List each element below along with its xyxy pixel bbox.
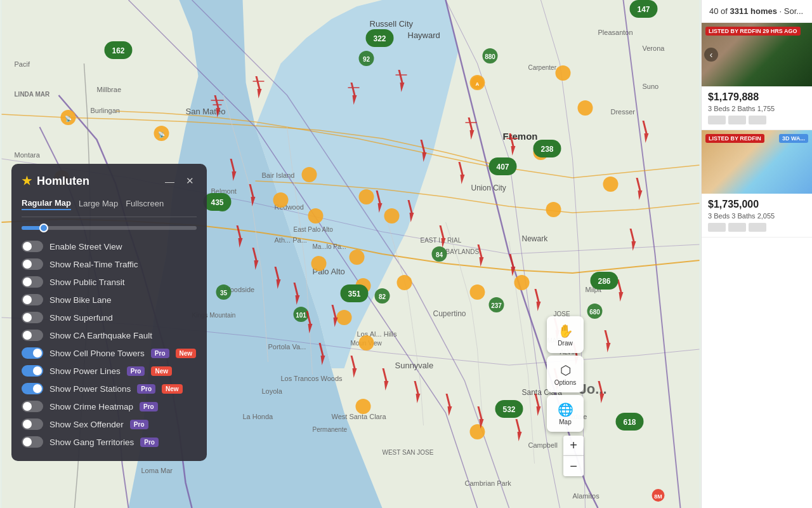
svg-text:EAST I... RIAL: EAST I... RIAL [421, 237, 462, 244]
panel-tabs: Ragular Map Large Map Fullscreen [22, 197, 197, 217]
svg-text:351: 351 [348, 290, 360, 298]
svg-text:La Honda: La Honda [243, 413, 274, 420]
svg-text:Cambrian Park: Cambrian Park [465, 479, 512, 487]
toggle-earthquake[interactable] [22, 330, 43, 341]
toggle-transit[interactable] [22, 276, 43, 288]
tab-regular-map[interactable]: Ragular Map [22, 197, 71, 210]
toggle-bike[interactable] [22, 294, 43, 305]
svg-text:Fremon: Fremon [503, 131, 538, 142]
toggle-gang-territories[interactable] [22, 436, 43, 448]
svg-text:BAYLANDS: BAYLANDS [446, 248, 480, 255]
svg-text:Cupertino: Cupertino [433, 309, 466, 318]
toggle-row-crime-heatmap: Show Crime HeatmapPro [22, 398, 197, 415]
svg-text:Loyola: Loyola [262, 387, 283, 395]
badge-pro-sex-offender: Pro [130, 420, 148, 429]
toggle-street-view[interactable] [22, 241, 43, 252]
panel-header: ★ Homluten — ✕ [22, 174, 197, 188]
toggle-row-power-lines: Show Power LinesProNew [22, 362, 197, 380]
listing-info-2: $1,735,000 3 Beds 3 Baths 2,055 [702, 194, 812, 237]
svg-point-86 [384, 208, 400, 224]
zoom-out-button[interactable]: − [563, 456, 584, 476]
badge-pro-cell-towers: Pro [151, 349, 169, 358]
svg-point-77 [556, 65, 571, 81]
pill-3 [749, 116, 766, 124]
svg-text:Suno: Suno [643, 83, 659, 90]
close-button[interactable]: ✕ [183, 174, 197, 188]
tab-fullscreen[interactable]: Fullscreen [126, 197, 164, 210]
toggle-traffic[interactable] [22, 258, 43, 270]
pill-6 [749, 223, 766, 232]
toggle-superfund[interactable] [22, 312, 43, 323]
svg-text:📡: 📡 [158, 131, 166, 138]
listing-prev-button-1[interactable]: ‹ [704, 48, 718, 62]
toggle-label-superfund: Show Superfund [49, 313, 113, 323]
svg-text:Dresser: Dresser [611, 108, 636, 116]
listing-image-1: LISTED BY REDFIN 29 HRS AGO ‹ [702, 23, 812, 86]
toggle-label-bike: Show Bike Lane [49, 295, 112, 305]
svg-text:Russell City: Russell City [370, 19, 414, 29]
listing-card-1[interactable]: LISTED BY REDFIN 29 HRS AGO ‹ $1,179,888… [702, 23, 812, 130]
listing-image-2: LISTED BY REDFIN 3D WA... [702, 130, 812, 194]
map-type-label: Map [559, 418, 571, 425]
svg-text:Campbell: Campbell [528, 441, 558, 449]
toggle-label-cell-towers: Show Cell Phone Towers [49, 349, 145, 358]
toggle-row-street-view: Enable Street View [22, 237, 197, 255]
toggle-row-power-stations: Show Power StationsProNew [22, 380, 197, 398]
svg-text:Ath... Pa...: Ath... Pa... [275, 236, 307, 244]
slider-thumb[interactable] [39, 224, 48, 232]
toggle-power-stations[interactable] [22, 383, 43, 394]
listing-details-1: 3 Beds 2 Baths 1,755 [708, 105, 806, 112]
svg-text:Newark: Newark [522, 234, 549, 243]
svg-text:Permanente: Permanente [313, 426, 348, 433]
svg-point-92 [514, 275, 530, 290]
star-icon: ★ [22, 174, 32, 188]
toggle-label-traffic: Show Real-Time Traffic [49, 260, 138, 269]
svg-point-81 [603, 177, 619, 192]
listing-badge-2: LISTED BY REDFIN [705, 134, 764, 143]
svg-text:Union City: Union City [471, 184, 506, 192]
toggle-cell-towers[interactable] [22, 347, 43, 359]
panel-title-text: Homluten [37, 175, 89, 188]
listing-info-1: $1,179,888 3 Beds 2 Baths 1,755 [702, 86, 812, 130]
listing-pills-2 [708, 223, 806, 232]
listing-count-header: 40 of 3311 homes · Sor... [702, 0, 812, 23]
svg-point-96 [356, 399, 371, 414]
svg-point-91 [470, 284, 485, 300]
toggle-label-power-stations: Show Power Stations [49, 384, 131, 394]
svg-text:Pleasanton: Pleasanton [598, 29, 633, 36]
badge-pro-power-lines: Pro [127, 366, 145, 376]
toggle-list: Enable Street ViewShow Real-Time Traffic… [22, 237, 197, 451]
zoom-in-button[interactable]: + [563, 436, 584, 456]
opacity-slider-track[interactable] [22, 226, 197, 230]
svg-text:532: 532 [502, 405, 515, 414]
svg-text:35: 35 [220, 290, 228, 297]
toggle-row-bike: Show Bike Lane [22, 291, 197, 309]
options-button[interactable]: ⬡ Options [547, 356, 584, 392]
toggle-crime-heatmap[interactable] [22, 401, 43, 412]
minimize-button[interactable]: — [162, 175, 177, 188]
badge-new-cell-towers: New [176, 349, 197, 358]
toggle-sex-offender[interactable] [22, 418, 43, 430]
svg-text:East Palo Alto: East Palo Alto [294, 226, 334, 233]
options-icon: ⬡ [560, 363, 571, 378]
draw-label: Draw [558, 340, 572, 347]
svg-text:Pacif: Pacif [15, 60, 30, 68]
toggle-power-lines[interactable] [22, 365, 43, 377]
listing-badge-1: LISTED BY REDFIN 29 HRS AGO [705, 27, 801, 36]
svg-text:Loma Mar: Loma Mar [141, 467, 173, 474]
listing-badge-3d-2: 3D WA... [779, 134, 808, 143]
count-text: 40 of [709, 6, 730, 16]
tab-large-map[interactable]: Large Map [79, 197, 118, 210]
svg-point-82 [302, 167, 317, 182]
map-type-button[interactable]: 🌐 Map [547, 395, 584, 432]
draw-button[interactable]: ✋ Draw [547, 316, 584, 353]
map-controls: ✋ Draw ⬡ Options 🌐 Map [547, 316, 584, 432]
listing-card-2[interactable]: LISTED BY REDFIN 3D WA... $1,735,000 3 B… [702, 130, 812, 237]
toggle-row-transit: Show Public Transit [22, 273, 197, 291]
svg-text:286: 286 [598, 277, 610, 286]
svg-text:Sunnyvale: Sunnyvale [395, 361, 434, 370]
svg-point-78 [578, 100, 593, 116]
toggle-label-street-view: Enable Street View [49, 242, 122, 251]
pill-1 [708, 116, 726, 124]
toggle-label-crime-heatmap: Show Crime Heatmap [49, 402, 133, 411]
